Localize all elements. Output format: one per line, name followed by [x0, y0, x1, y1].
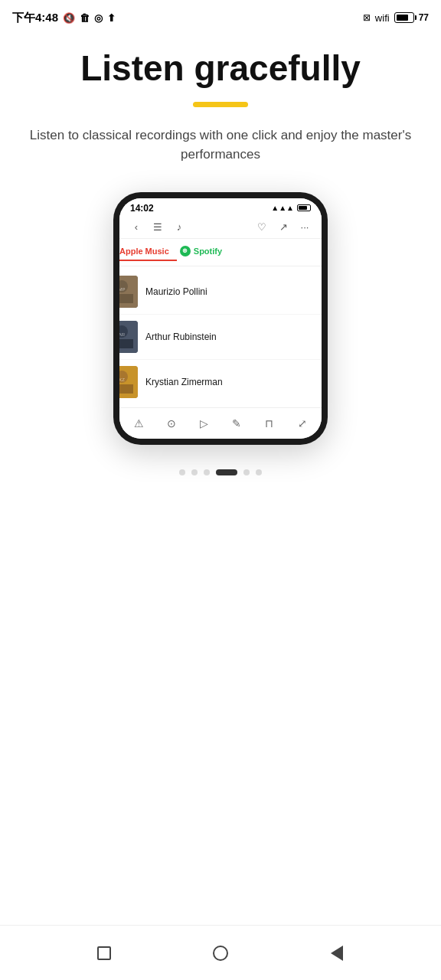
app-bottom-toolbar: ⚠ ⊙ ▷ ✎ ⊓ ⤢ [119, 407, 322, 439]
performer-item-rubinstein[interactable]: AR Arthur Rubinstein [119, 315, 322, 360]
more-icon[interactable]: ··· [297, 220, 312, 235]
nav-back-button[interactable] [323, 939, 351, 967]
recents-icon [97, 946, 111, 960]
nav-recents-button[interactable] [90, 939, 118, 967]
performer-thumb-zimerman: KZ [119, 366, 138, 398]
page-dots [179, 469, 262, 475]
time-display: 下午4:48 [12, 11, 58, 25]
page-dot-4[interactable] [243, 469, 250, 475]
performer-thumb-rubinstein: AR [119, 321, 138, 353]
share-icon[interactable]: ↗ [276, 220, 291, 235]
edit-icon[interactable]: ✎ [227, 414, 246, 433]
phone-wifi: ▲▲▲ [271, 204, 294, 212]
music-icon[interactable]: ♪ [172, 220, 187, 235]
status-time: 下午4:48 🔇 🗑 ◎ ⬆ [12, 11, 116, 25]
page-dot-0[interactable] [179, 469, 185, 475]
phone-screen: 14:02 ▲▲▲ ‹ ☰ ♪ [119, 198, 322, 439]
status-bar: 下午4:48 🔇 🗑 ◎ ⬆ ⊠ wifi 77 [0, 0, 441, 34]
fullscreen-icon[interactable]: ⤢ [293, 414, 312, 433]
spotify-label: Spotify [194, 247, 222, 256]
main-content: Listen gracefully Listen to classical re… [0, 34, 441, 925]
phone-mockup: 14:02 ▲▲▲ ‹ ☰ ♪ [90, 192, 351, 445]
performer-item-zimerman[interactable]: KZ Krystian Zimerman [119, 360, 322, 404]
performer-name-pollini: Maurizio Pollini [145, 286, 207, 297]
status-icons: ⊠ wifi 77 [363, 12, 429, 24]
phone-icons: ▲▲▲ [271, 204, 311, 212]
app-toolbar: ‹ ☰ ♪ ♡ ↗ ··· [119, 217, 322, 239]
tab-spotify[interactable]: ⊛ Spotify [180, 243, 230, 261]
location-icon: ◎ [94, 12, 103, 24]
toolbar-right: ♡ ↗ ··· [254, 220, 312, 235]
page-dot-2[interactable] [204, 469, 210, 475]
toolbar-left: ‹ ☰ ♪ [129, 220, 187, 235]
android-nav-bar [0, 925, 441, 980]
page-title: Listen gracefully [80, 49, 361, 88]
play-icon[interactable]: ▷ [195, 414, 214, 433]
popup-tabs: ♪ Apple Music ⊛ Spotify ⊕ Add [119, 239, 322, 266]
svg-text:KZ: KZ [119, 377, 125, 382]
sheet-music-area: BALLADE for the Pianoforte FRÉDÉRIC CHOP… [119, 239, 322, 407]
apple-music-label: Apple Music [119, 247, 169, 256]
upload-icon: ⬆ [107, 12, 116, 24]
home-icon [213, 946, 228, 961]
back-icon [331, 946, 343, 961]
performer-name-zimerman: Krystian Zimerman [145, 377, 223, 387]
svg-rect-46 [119, 294, 133, 303]
svg-rect-54 [119, 384, 133, 394]
performer-name-rubinstein: Arthur Rubinstein [145, 332, 217, 342]
page-dot-3-active[interactable] [216, 469, 237, 475]
phone-status-bar: 14:02 ▲▲▲ [119, 198, 322, 217]
page-dot-5[interactable] [256, 469, 262, 475]
svg-text:AR: AR [119, 332, 126, 337]
list-icon[interactable]: ☰ [150, 220, 165, 235]
heart-icon[interactable]: ♡ [254, 220, 270, 235]
yellow-accent-bar [193, 102, 248, 107]
performer-list: MP Maurizio Pollini [119, 266, 322, 407]
phone-frame: 14:02 ▲▲▲ ‹ ☰ ♪ [113, 192, 328, 445]
phone-time: 14:02 [130, 203, 154, 214]
back-icon[interactable]: ‹ [129, 220, 144, 235]
page-subtitle: Listen to classical recordings with one … [21, 126, 420, 165]
page-dot-1[interactable] [191, 469, 198, 475]
mute-icon: 🔇 [63, 12, 75, 24]
settings-icon[interactable]: ⊙ [162, 414, 181, 433]
battery-icon [394, 12, 414, 23]
warning-icon[interactable]: ⚠ [129, 414, 148, 433]
tab-apple-music[interactable]: ♪ Apple Music [119, 243, 177, 261]
spotify-icon: ⊛ [180, 246, 191, 256]
bookmark-icon[interactable]: ⊓ [260, 414, 279, 433]
svg-rect-50 [119, 339, 133, 348]
player-popup: ♪ Apple Music ⊛ Spotify ⊕ Add [119, 239, 322, 407]
screen-icon: ⊠ [363, 12, 371, 23]
battery-percent: 77 [419, 12, 429, 23]
performer-item-pollini[interactable]: MP Maurizio Pollini [119, 270, 322, 315]
wifi-icon: wifi [375, 12, 390, 24]
performer-thumb-pollini: MP [119, 276, 138, 308]
svg-text:MP: MP [119, 287, 126, 292]
trash-icon: 🗑 [80, 12, 90, 24]
nav-home-button[interactable] [207, 939, 234, 967]
